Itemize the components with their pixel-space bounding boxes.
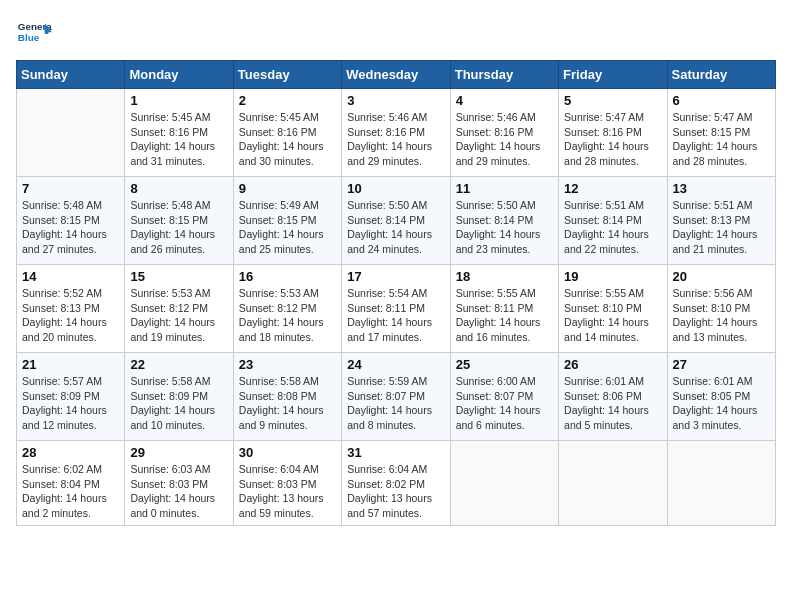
day-info: Sunrise: 6:03 AM Sunset: 8:03 PM Dayligh…	[130, 462, 227, 521]
day-number: 24	[347, 357, 444, 372]
day-info: Sunrise: 5:59 AM Sunset: 8:07 PM Dayligh…	[347, 374, 444, 433]
day-number: 21	[22, 357, 119, 372]
calendar-cell: 28Sunrise: 6:02 AM Sunset: 8:04 PM Dayli…	[17, 441, 125, 526]
day-info: Sunrise: 5:47 AM Sunset: 8:16 PM Dayligh…	[564, 110, 661, 169]
calendar-cell: 13Sunrise: 5:51 AM Sunset: 8:13 PM Dayli…	[667, 177, 775, 265]
day-number: 4	[456, 93, 553, 108]
calendar-cell: 7Sunrise: 5:48 AM Sunset: 8:15 PM Daylig…	[17, 177, 125, 265]
day-number: 12	[564, 181, 661, 196]
day-number: 26	[564, 357, 661, 372]
week-row-1: 1Sunrise: 5:45 AM Sunset: 8:16 PM Daylig…	[17, 89, 776, 177]
header-sunday: Sunday	[17, 61, 125, 89]
day-number: 25	[456, 357, 553, 372]
day-number: 8	[130, 181, 227, 196]
calendar-cell: 15Sunrise: 5:53 AM Sunset: 8:12 PM Dayli…	[125, 265, 233, 353]
day-info: Sunrise: 5:45 AM Sunset: 8:16 PM Dayligh…	[130, 110, 227, 169]
day-info: Sunrise: 5:57 AM Sunset: 8:09 PM Dayligh…	[22, 374, 119, 433]
header-tuesday: Tuesday	[233, 61, 341, 89]
header-monday: Monday	[125, 61, 233, 89]
calendar-cell: 4Sunrise: 5:46 AM Sunset: 8:16 PM Daylig…	[450, 89, 558, 177]
day-info: Sunrise: 5:53 AM Sunset: 8:12 PM Dayligh…	[239, 286, 336, 345]
day-info: Sunrise: 5:48 AM Sunset: 8:15 PM Dayligh…	[130, 198, 227, 257]
logo: General Blue	[16, 16, 56, 52]
day-info: Sunrise: 5:58 AM Sunset: 8:08 PM Dayligh…	[239, 374, 336, 433]
page-header: General Blue	[16, 16, 776, 52]
day-number: 9	[239, 181, 336, 196]
week-row-3: 14Sunrise: 5:52 AM Sunset: 8:13 PM Dayli…	[17, 265, 776, 353]
day-number: 18	[456, 269, 553, 284]
calendar-cell: 30Sunrise: 6:04 AM Sunset: 8:03 PM Dayli…	[233, 441, 341, 526]
day-info: Sunrise: 6:04 AM Sunset: 8:02 PM Dayligh…	[347, 462, 444, 521]
header-saturday: Saturday	[667, 61, 775, 89]
day-number: 16	[239, 269, 336, 284]
day-number: 3	[347, 93, 444, 108]
day-number: 14	[22, 269, 119, 284]
day-info: Sunrise: 5:48 AM Sunset: 8:15 PM Dayligh…	[22, 198, 119, 257]
calendar-cell	[17, 89, 125, 177]
day-number: 17	[347, 269, 444, 284]
day-number: 29	[130, 445, 227, 460]
calendar-cell: 2Sunrise: 5:45 AM Sunset: 8:16 PM Daylig…	[233, 89, 341, 177]
calendar-cell: 20Sunrise: 5:56 AM Sunset: 8:10 PM Dayli…	[667, 265, 775, 353]
week-row-4: 21Sunrise: 5:57 AM Sunset: 8:09 PM Dayli…	[17, 353, 776, 441]
calendar-cell: 14Sunrise: 5:52 AM Sunset: 8:13 PM Dayli…	[17, 265, 125, 353]
calendar-cell: 17Sunrise: 5:54 AM Sunset: 8:11 PM Dayli…	[342, 265, 450, 353]
calendar-cell: 3Sunrise: 5:46 AM Sunset: 8:16 PM Daylig…	[342, 89, 450, 177]
day-info: Sunrise: 6:01 AM Sunset: 8:05 PM Dayligh…	[673, 374, 770, 433]
day-number: 5	[564, 93, 661, 108]
day-number: 30	[239, 445, 336, 460]
logo-icon: General Blue	[16, 16, 52, 52]
header-thursday: Thursday	[450, 61, 558, 89]
calendar-cell: 27Sunrise: 6:01 AM Sunset: 8:05 PM Dayli…	[667, 353, 775, 441]
day-info: Sunrise: 5:53 AM Sunset: 8:12 PM Dayligh…	[130, 286, 227, 345]
day-number: 19	[564, 269, 661, 284]
day-info: Sunrise: 5:55 AM Sunset: 8:10 PM Dayligh…	[564, 286, 661, 345]
day-number: 27	[673, 357, 770, 372]
calendar-cell	[450, 441, 558, 526]
day-number: 13	[673, 181, 770, 196]
day-info: Sunrise: 6:04 AM Sunset: 8:03 PM Dayligh…	[239, 462, 336, 521]
calendar-cell: 18Sunrise: 5:55 AM Sunset: 8:11 PM Dayli…	[450, 265, 558, 353]
day-number: 20	[673, 269, 770, 284]
header-friday: Friday	[559, 61, 667, 89]
day-info: Sunrise: 5:47 AM Sunset: 8:15 PM Dayligh…	[673, 110, 770, 169]
calendar-cell: 5Sunrise: 5:47 AM Sunset: 8:16 PM Daylig…	[559, 89, 667, 177]
calendar-table: SundayMondayTuesdayWednesdayThursdayFrid…	[16, 60, 776, 526]
day-number: 11	[456, 181, 553, 196]
day-info: Sunrise: 5:58 AM Sunset: 8:09 PM Dayligh…	[130, 374, 227, 433]
calendar-cell: 8Sunrise: 5:48 AM Sunset: 8:15 PM Daylig…	[125, 177, 233, 265]
header-row: SundayMondayTuesdayWednesdayThursdayFrid…	[17, 61, 776, 89]
calendar-cell: 12Sunrise: 5:51 AM Sunset: 8:14 PM Dayli…	[559, 177, 667, 265]
calendar-cell: 9Sunrise: 5:49 AM Sunset: 8:15 PM Daylig…	[233, 177, 341, 265]
day-info: Sunrise: 6:00 AM Sunset: 8:07 PM Dayligh…	[456, 374, 553, 433]
day-info: Sunrise: 5:56 AM Sunset: 8:10 PM Dayligh…	[673, 286, 770, 345]
day-number: 7	[22, 181, 119, 196]
day-number: 10	[347, 181, 444, 196]
day-info: Sunrise: 6:01 AM Sunset: 8:06 PM Dayligh…	[564, 374, 661, 433]
calendar-cell: 22Sunrise: 5:58 AM Sunset: 8:09 PM Dayli…	[125, 353, 233, 441]
calendar-cell: 24Sunrise: 5:59 AM Sunset: 8:07 PM Dayli…	[342, 353, 450, 441]
svg-text:Blue: Blue	[18, 32, 40, 43]
day-info: Sunrise: 5:46 AM Sunset: 8:16 PM Dayligh…	[456, 110, 553, 169]
day-info: Sunrise: 5:51 AM Sunset: 8:14 PM Dayligh…	[564, 198, 661, 257]
calendar-cell: 10Sunrise: 5:50 AM Sunset: 8:14 PM Dayli…	[342, 177, 450, 265]
day-info: Sunrise: 5:46 AM Sunset: 8:16 PM Dayligh…	[347, 110, 444, 169]
calendar-cell: 1Sunrise: 5:45 AM Sunset: 8:16 PM Daylig…	[125, 89, 233, 177]
calendar-cell: 31Sunrise: 6:04 AM Sunset: 8:02 PM Dayli…	[342, 441, 450, 526]
week-row-5: 28Sunrise: 6:02 AM Sunset: 8:04 PM Dayli…	[17, 441, 776, 526]
calendar-cell: 23Sunrise: 5:58 AM Sunset: 8:08 PM Dayli…	[233, 353, 341, 441]
day-number: 23	[239, 357, 336, 372]
calendar-cell: 16Sunrise: 5:53 AM Sunset: 8:12 PM Dayli…	[233, 265, 341, 353]
day-number: 6	[673, 93, 770, 108]
calendar-cell	[559, 441, 667, 526]
calendar-cell: 19Sunrise: 5:55 AM Sunset: 8:10 PM Dayli…	[559, 265, 667, 353]
calendar-cell: 25Sunrise: 6:00 AM Sunset: 8:07 PM Dayli…	[450, 353, 558, 441]
day-number: 2	[239, 93, 336, 108]
day-number: 15	[130, 269, 227, 284]
day-info: Sunrise: 5:50 AM Sunset: 8:14 PM Dayligh…	[347, 198, 444, 257]
day-info: Sunrise: 5:50 AM Sunset: 8:14 PM Dayligh…	[456, 198, 553, 257]
day-info: Sunrise: 5:45 AM Sunset: 8:16 PM Dayligh…	[239, 110, 336, 169]
header-wednesday: Wednesday	[342, 61, 450, 89]
day-number: 31	[347, 445, 444, 460]
day-number: 28	[22, 445, 119, 460]
